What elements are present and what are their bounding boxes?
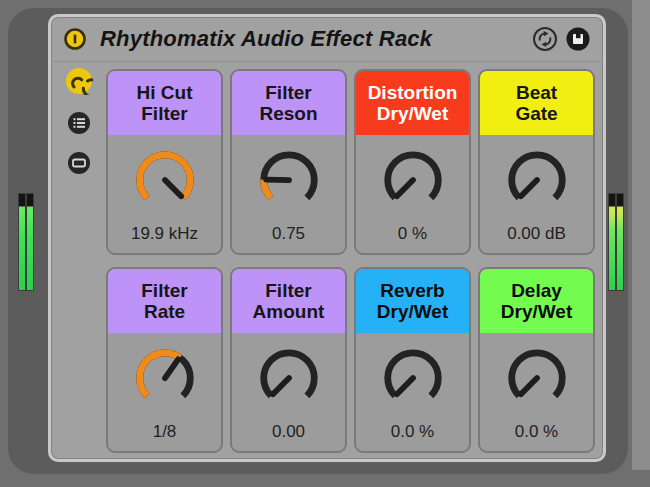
macro-knob[interactable]	[502, 345, 572, 415]
macro-body: 0.00	[232, 333, 345, 451]
macro-knob[interactable]	[378, 345, 448, 415]
macro-name-line2: Gate	[515, 103, 557, 124]
hot-swap-button[interactable]	[532, 26, 558, 52]
device-view-right-gutter	[632, 0, 650, 470]
macro-name-label: Filter Reson	[232, 71, 345, 135]
macro-name-line1: Hi Cut	[137, 82, 193, 103]
meter-bar	[19, 194, 25, 290]
macro-value[interactable]: 0.00	[232, 422, 345, 442]
knob-ring	[511, 353, 562, 396]
macro-body: 0.00 dB	[480, 135, 593, 253]
knob-ring	[263, 353, 314, 396]
macro-body: 0.0 %	[356, 333, 469, 451]
macro-name-line2: Dry/Wet	[501, 301, 572, 322]
meter-bar	[27, 194, 33, 290]
power-icon	[63, 27, 87, 51]
macro-name-line2: Dry/Wet	[377, 301, 448, 322]
save-preset-button[interactable]	[565, 26, 591, 52]
macro-control-filter-amount: Filter Amount 0.00	[230, 267, 347, 453]
input-meter-left	[19, 194, 33, 290]
macro-body: 1/8	[108, 333, 221, 451]
knob-pointer	[272, 378, 288, 394]
macro-value[interactable]: 0.75	[232, 224, 345, 244]
knob-ring	[387, 353, 438, 396]
save-preset-icon	[565, 26, 591, 52]
rack-title-bar: Rhythomatix Audio Effect Rack	[51, 17, 603, 62]
macro-name-line2: Dry/Wet	[377, 103, 448, 124]
macro-value[interactable]: 0.0 %	[356, 422, 469, 442]
macro-control-filter-reson: Filter Reson 0.75	[230, 69, 347, 255]
meter-bar	[609, 194, 615, 290]
macro-name-line1: Distortion	[368, 82, 458, 103]
macro-body: 0.75	[232, 135, 345, 253]
device-view-panel: Rhythomatix Audio Effect Rack	[8, 8, 628, 474]
macro-grid: Hi Cut Filter 19.9 kHz Filter Reson 0.75	[106, 69, 595, 453]
macro-name-line1: Delay	[511, 280, 562, 301]
macro-value[interactable]: 19.9 kHz	[108, 224, 221, 244]
macro-name-label: Beat Gate	[480, 71, 593, 135]
macro-control-distortion-dry-wet: Distortion Dry/Wet 0 %	[354, 69, 471, 255]
knob-ring	[511, 155, 562, 198]
macro-control-filter-rate: Filter Rate 1/8	[106, 267, 223, 453]
macro-name-label: Reverb Dry/Wet	[356, 269, 469, 333]
macro-knob[interactable]	[378, 147, 448, 217]
macro-name-label: Hi Cut Filter	[108, 71, 221, 135]
knob-pointer	[396, 180, 412, 196]
knob-ring	[263, 155, 314, 198]
macro-knob[interactable]	[254, 147, 324, 217]
macro-value[interactable]: 0 %	[356, 224, 469, 244]
macro-name-label: Distortion Dry/Wet	[356, 71, 469, 135]
knob-value-arc	[139, 155, 190, 198]
macro-knob[interactable]	[130, 147, 200, 217]
show-chain-list-button[interactable]	[67, 111, 91, 139]
macro-name-line2: Rate	[144, 301, 185, 322]
macro-name-line1: Beat	[516, 82, 557, 103]
macro-spiral-icon	[65, 67, 93, 95]
macro-name-line2: Amount	[253, 301, 325, 322]
knob-ring	[387, 155, 438, 198]
macro-body: 0 %	[356, 135, 469, 253]
device-activator-button[interactable]	[63, 27, 87, 51]
macro-name-line1: Filter	[265, 280, 311, 301]
hot-swap-icon	[532, 26, 558, 52]
knob-pointer	[520, 378, 536, 394]
macro-body: 19.9 kHz	[108, 135, 221, 253]
rack-view-sidebar	[61, 67, 97, 179]
output-meter-right	[609, 194, 623, 290]
macro-knob[interactable]	[130, 345, 200, 415]
macro-control-reverb-dry-wet: Reverb Dry/Wet 0.0 %	[354, 267, 471, 453]
macro-control-beat-gate: Beat Gate 0.00 dB	[478, 69, 595, 255]
audio-effect-rack: Rhythomatix Audio Effect Rack	[48, 14, 606, 462]
ableton-device-view: Rhythomatix Audio Effect Rack	[0, 0, 650, 487]
macro-control-delay-dry-wet: Delay Dry/Wet 0.0 %	[478, 267, 595, 453]
show-macros-button[interactable]	[65, 67, 93, 99]
macro-name-line2: Reson	[259, 103, 317, 124]
macro-value[interactable]: 0.00 dB	[480, 224, 593, 244]
knob-pointer	[396, 378, 412, 394]
macro-name-line1: Reverb	[380, 280, 444, 301]
macro-knob[interactable]	[254, 345, 324, 415]
macro-name-label: Filter Amount	[232, 269, 345, 333]
macro-body: 0.0 %	[480, 333, 593, 451]
chain-list-icon	[67, 111, 91, 135]
macro-value[interactable]: 1/8	[108, 422, 221, 442]
knob-pointer	[165, 359, 178, 378]
macro-name-line1: Filter	[141, 280, 187, 301]
rack-title[interactable]: Rhythomatix Audio Effect Rack	[100, 26, 432, 52]
macro-name-label: Delay Dry/Wet	[480, 269, 593, 333]
macro-name-line1: Filter	[265, 82, 311, 103]
meter-bar	[617, 194, 623, 290]
macro-name-label: Filter Rate	[108, 269, 221, 333]
macro-name-line2: Filter	[141, 103, 187, 124]
macro-knob[interactable]	[502, 147, 572, 217]
devices-icon	[67, 151, 91, 175]
knob-pointer	[165, 180, 181, 196]
knob-pointer	[520, 180, 536, 196]
show-devices-button[interactable]	[67, 151, 91, 179]
macro-control-hi-cut-filter: Hi Cut Filter 19.9 kHz	[106, 69, 223, 255]
macro-value[interactable]: 0.0 %	[480, 422, 593, 442]
